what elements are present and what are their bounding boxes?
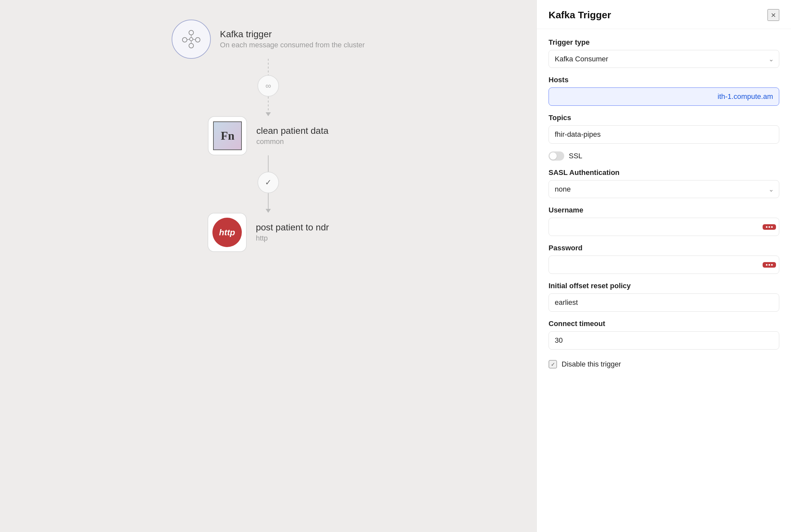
- svg-point-0: [189, 30, 193, 35]
- password-wrapper: [548, 255, 779, 274]
- password-group: Password: [548, 244, 779, 274]
- kafka-icon-circle: [172, 20, 211, 59]
- solid-line-2: [268, 193, 269, 210]
- offset-reset-label: Initial offset reset policy: [548, 282, 779, 290]
- disable-checkbox[interactable]: ✓: [548, 360, 557, 368]
- topics-group: Topics: [548, 114, 779, 144]
- connector-2: ✓: [257, 155, 279, 213]
- right-panel: Kafka Trigger × Trigger type Kafka Consu…: [537, 0, 791, 532]
- pdot-2: [769, 264, 770, 266]
- dot-3: [771, 226, 773, 228]
- canvas-area: Kafka trigger On each message consumed f…: [0, 0, 537, 532]
- loop-circle: ∞: [257, 75, 279, 97]
- password-dots: [766, 264, 773, 266]
- ssl-row: SSL: [548, 151, 779, 160]
- disable-row: ✓ Disable this trigger: [548, 357, 779, 368]
- hosts-group: Hosts: [548, 76, 779, 106]
- arrow-2: [266, 209, 271, 213]
- trigger-node[interactable]: Kafka trigger On each message consumed f…: [172, 20, 365, 59]
- fn-box: Fn: [208, 116, 247, 155]
- connect-timeout-label: Connect timeout: [548, 320, 779, 328]
- svg-point-1: [189, 43, 193, 48]
- ssl-toggle[interactable]: [548, 151, 564, 160]
- connect-timeout-input[interactable]: [548, 331, 779, 349]
- username-dots: [766, 226, 773, 228]
- hosts-input[interactable]: [548, 88, 779, 106]
- offset-reset-group: Initial offset reset policy: [548, 282, 779, 312]
- trigger-type-select[interactable]: Kafka Consumer: [548, 50, 779, 68]
- trigger-type-group: Trigger type Kafka Consumer ⌄: [548, 38, 779, 68]
- offset-reset-input[interactable]: [548, 293, 779, 312]
- sasl-label: SASL Authentication: [548, 168, 779, 177]
- sasl-group: SASL Authentication none PLAIN SCRAM-SHA…: [548, 168, 779, 198]
- password-input[interactable]: [548, 255, 779, 274]
- panel-header: Kafka Trigger ×: [537, 0, 791, 29]
- trigger-type-label: Trigger type: [548, 38, 779, 47]
- dot-1: [766, 226, 768, 228]
- disable-label: Disable this trigger: [562, 360, 621, 368]
- username-wrapper: [548, 218, 779, 236]
- fn-subtitle: common: [256, 137, 328, 146]
- solid-line-1: [268, 155, 269, 172]
- svg-point-3: [195, 38, 200, 42]
- svg-line-7: [187, 39, 190, 40]
- flow-container: Kafka trigger On each message consumed f…: [172, 20, 365, 252]
- svg-point-2: [182, 38, 187, 42]
- topics-input[interactable]: [548, 125, 779, 144]
- pdot-1: [766, 264, 768, 266]
- trigger-label: Kafka trigger On each message consumed f…: [220, 29, 365, 49]
- panel-title: Kafka Trigger: [548, 10, 611, 21]
- pdot-3: [771, 264, 773, 266]
- http-label: post patient to ndr http: [256, 222, 329, 243]
- username-input[interactable]: [548, 218, 779, 236]
- ssl-label: SSL: [569, 152, 582, 160]
- check-circle: ✓: [257, 172, 279, 193]
- trigger-title: Kafka trigger: [220, 29, 365, 39]
- http-subtitle: http: [256, 234, 329, 243]
- svg-point-4: [190, 38, 193, 41]
- checkbox-check-icon: ✓: [551, 361, 555, 367]
- fn-title: clean patient data: [256, 126, 328, 136]
- dashed-line-1: [268, 59, 269, 75]
- password-label: Password: [548, 244, 779, 252]
- trigger-subtitle: On each message consumed from the cluste…: [220, 41, 365, 49]
- password-secret-button[interactable]: [763, 262, 776, 268]
- sasl-select[interactable]: none PLAIN SCRAM-SHA-256 SCRAM-SHA-512: [548, 180, 779, 198]
- dot-2: [769, 226, 770, 228]
- http-icon: http: [212, 218, 242, 247]
- http-box: http: [208, 213, 247, 252]
- http-title: post patient to ndr: [256, 222, 329, 233]
- fn-label: clean patient data common: [256, 126, 328, 146]
- kafka-svg-icon: [181, 30, 201, 49]
- close-button[interactable]: ×: [768, 9, 779, 21]
- trigger-type-select-wrapper: Kafka Consumer ⌄: [548, 50, 779, 68]
- username-label: Username: [548, 206, 779, 214]
- sasl-select-wrapper: none PLAIN SCRAM-SHA-256 SCRAM-SHA-512 ⌄: [548, 180, 779, 198]
- dashed-line-2: [268, 97, 269, 113]
- username-secret-button[interactable]: [763, 224, 776, 230]
- svg-line-8: [193, 39, 195, 40]
- topics-label: Topics: [548, 114, 779, 122]
- ssl-toggle-dot: [549, 152, 557, 159]
- hosts-label: Hosts: [548, 76, 779, 84]
- fn-node[interactable]: Fn clean patient data common: [208, 116, 328, 155]
- http-node[interactable]: http post patient to ndr http: [208, 213, 329, 252]
- panel-body: Trigger type Kafka Consumer ⌄ Hosts Topi…: [537, 29, 791, 378]
- fn-icon: Fn: [213, 121, 242, 150]
- arrow-1: [266, 112, 271, 116]
- connect-timeout-group: Connect timeout: [548, 320, 779, 349]
- username-group: Username: [548, 206, 779, 236]
- connector-1: ∞: [257, 59, 279, 116]
